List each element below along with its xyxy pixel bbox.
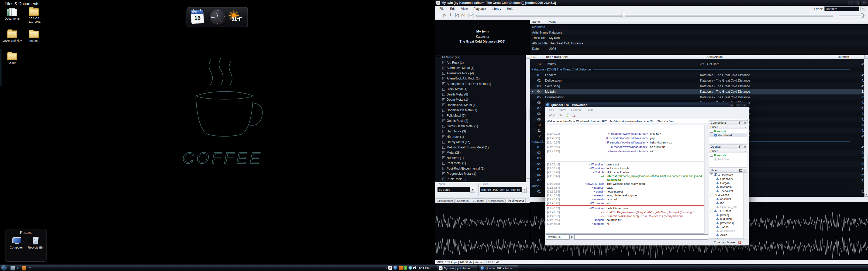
tree-expander-icon[interactable]: −	[437, 56, 440, 59]
close-icon[interactable]: ×	[744, 121, 746, 125]
nick-group-row[interactable]: −3 Voiced	[709, 193, 747, 197]
library-genre-item[interactable]: +Alternative Metal (1)	[435, 65, 530, 71]
menu-help[interactable]: Help	[584, 108, 595, 111]
resize-grip[interactable]	[745, 242, 748, 245]
library-genre-item[interactable]: +Doom/Death Metal (1)	[435, 108, 530, 113]
tree-expander-icon[interactable]: −	[710, 210, 713, 212]
tree-expander-icon[interactable]: +	[442, 135, 445, 138]
tree-expander-icon[interactable]: +	[442, 141, 445, 143]
library-genre-item[interactable]: +Heavy Metal (16)	[435, 139, 530, 145]
tab-oscilloscope[interactable]: Oscilloscope	[487, 199, 505, 203]
viewer-tray-icon[interactable]	[408, 266, 412, 270]
float-icon[interactable]	[739, 169, 742, 172]
nick-selector[interactable]: Tewan (+e)	[546, 234, 569, 239]
quassel-tray-icon[interactable]	[394, 266, 397, 270]
desktop-icon-neupix[interactable]: neupix	[24, 31, 44, 43]
monitor-pane-scrollbar[interactable]	[704, 125, 708, 161]
tree-expander-icon[interactable]: +	[442, 151, 445, 154]
close-icon[interactable]: ×	[744, 145, 746, 149]
library-genre-item[interactable]: +Nu Metal (1)	[435, 156, 530, 161]
float-icon[interactable]	[739, 122, 742, 124]
part-channel-icon[interactable]: #✘	[572, 113, 575, 118]
tree-expander-icon[interactable]: +	[442, 162, 445, 165]
taskbar-button-foobar[interactable]: ☠ My twin [by Katatoni...	[437, 265, 477, 271]
menu-library[interactable]: Library	[489, 7, 504, 10]
library-genre-item[interactable]: +Progressive Metal (1)	[435, 171, 530, 176]
close-icon[interactable]: ×	[744, 169, 746, 173]
random-button[interactable]: ▷?	[467, 13, 473, 17]
nick-item[interactable]: ChanServ	[709, 177, 747, 181]
quassel-window-buttons[interactable]: —▢✕	[729, 103, 748, 108]
channel-buffer-item[interactable]: ##wowhead	[709, 133, 747, 138]
side-dock-tab[interactable]	[0, 49, 2, 86]
view-select[interactable]: by genre	[437, 187, 471, 192]
library-genre-item[interactable]: +Gothic Rock (2)	[435, 118, 530, 124]
channel-buffer-pane[interactable]: [21:38:44]<Wrassinn>guess not[21:38:49]<…	[546, 162, 708, 234]
show-desktop-icon[interactable]	[10, 266, 15, 270]
tree-expander-icon[interactable]: +	[442, 177, 445, 180]
desktop-icon-documents[interactable]: Documents	[2, 8, 22, 21]
tree-expander-icon[interactable]: −	[710, 194, 713, 196]
connect-icon[interactable]: ✔✔	[549, 113, 556, 118]
stop-button[interactable]: □	[436, 13, 442, 17]
tray-hidden-icon[interactable]	[384, 267, 387, 269]
next-button[interactable]: ▷|	[461, 13, 466, 17]
internet-explorer-icon[interactable]: e	[16, 266, 20, 270]
library-genre-item[interactable]: +Black Metal (1)	[435, 87, 530, 92]
library-genre-item[interactable]: +Death Metal (8)	[435, 92, 530, 97]
taskbar-button-quassel[interactable]: Quassel IRC - #wow...	[478, 265, 518, 271]
tree-expander-icon[interactable]: +	[442, 114, 445, 117]
queries-panel[interactable]: Buffer −Freenode NickServ	[709, 149, 747, 168]
nick-group-row[interactable]: −x="0 0 11 11">4 Operators	[709, 173, 747, 177]
desktop-icon-recycle-bin[interactable]: Recycle Bin	[27, 237, 45, 249]
library-genre-item[interactable]: +Gothic-Death Metal (1)	[435, 124, 530, 129]
view-dropdown-button[interactable]: ▼	[470, 187, 475, 193]
nick-item[interactable]: Ackis	[709, 233, 747, 237]
tree-expander-icon[interactable]: +	[442, 67, 445, 69]
foobar-titlebar[interactable]: ☠ My twin [by Katatonia (album: The Grea…	[435, 0, 868, 6]
tab-oscillospect[interactable]: Oscillospect	[506, 198, 526, 203]
tree-expander-icon[interactable]: +	[442, 61, 445, 64]
channel-pane-scrollbar[interactable]	[704, 162, 708, 234]
nicks-panel-header[interactable]: Nicks×	[709, 168, 747, 173]
nick-item[interactable]: [draco]	[709, 213, 747, 217]
tree-expander-icon[interactable]: +	[442, 167, 445, 170]
playlist-track-row[interactable]: 13TimothyJet - Get Born4:39	[530, 61, 868, 67]
float-icon[interactable]	[739, 145, 742, 148]
tree-expander-icon[interactable]: +	[442, 98, 445, 101]
tree-expander-icon[interactable]: +	[442, 120, 445, 122]
nick-item[interactable]: _Chris	[709, 225, 747, 229]
library-genre-item[interactable]: +Hårdrock (1)	[435, 134, 530, 140]
tree-expander-icon[interactable]: +	[442, 103, 445, 106]
nick-group-row[interactable]: −117 Users	[709, 209, 747, 213]
menu-settings[interactable]: Settings	[568, 108, 584, 111]
quassel-titlebar[interactable]: Quassel IRC - #wowhead —▢✕	[545, 102, 749, 107]
nick-item[interactable]: mystadio	[709, 185, 747, 189]
nicks-scrollbar[interactable]	[743, 173, 748, 239]
nick-selector-arrow[interactable]: ▼	[569, 234, 574, 240]
metadata-header[interactable]: Name Value	[530, 20, 868, 24]
connections-panel[interactable]: Buffer −Freenode ##wowhead	[709, 125, 747, 143]
nick-item[interactable]: Sky2042_afk	[709, 205, 747, 209]
join-channel-icon[interactable]: #	[566, 113, 568, 118]
menu-file[interactable]: File	[437, 7, 447, 10]
order-dropdown-button[interactable]: ▼	[861, 6, 865, 11]
library-genre-item[interactable]: +Atmospheric Folk/Dark Metal (1)	[435, 81, 530, 87]
tab-spectrum[interactable]: Spectrum	[455, 199, 470, 203]
library-genre-item[interactable]: +Hard Rock (3)	[435, 129, 530, 134]
nick-item[interactable]	[709, 237, 747, 239]
library-genre-item[interactable]: +Punk Rock (2)	[435, 176, 530, 182]
quicklaunch-app-icon[interactable]	[22, 266, 26, 270]
tree-expander-icon[interactable]: −	[710, 173, 713, 176]
utorrent-tray-icon[interactable]: µ	[404, 266, 407, 270]
nick-item[interactable]: [Liquidor]	[709, 217, 747, 221]
playlist-track-row[interactable]: 01LeadersKatatonia - The Great Cold Dist…	[530, 72, 868, 78]
library-genre-item[interactable]: +AlternRock Alt. Rock (1)	[435, 76, 530, 81]
desktop-icon-laser-and-kitty[interactable]: Laser and kitty	[2, 30, 22, 42]
quicklaunch-chevron[interactable]: »	[29, 266, 31, 269]
monitor-buffer-pane[interactable]: [21:40:21]<Freenode:#wowhead:Interest>or…	[546, 125, 708, 161]
query-buffer-item[interactable]: NickServ	[709, 158, 747, 162]
nick-item[interactable]: Corgan	[709, 181, 747, 185]
pause-button[interactable]: ‖	[448, 13, 454, 17]
tree-expander-icon[interactable]: +	[442, 157, 445, 159]
